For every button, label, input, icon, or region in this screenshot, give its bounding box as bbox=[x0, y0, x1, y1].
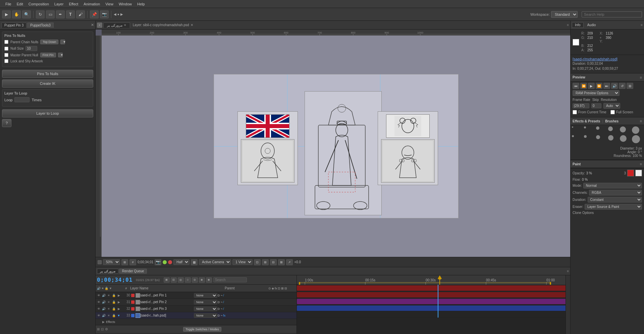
timeline-scrollbar[interactable] bbox=[566, 275, 570, 334]
brush-dot-5[interactable] bbox=[620, 126, 626, 132]
create-ik-btn[interactable]: Create IK bbox=[2, 79, 93, 88]
expand-btn-32[interactable]: ▶ bbox=[116, 307, 121, 311]
top-down-btn[interactable]: Top Down bbox=[40, 40, 58, 44]
solo-btn-33[interactable]: ☀ bbox=[106, 313, 111, 318]
vis-btn-30[interactable]: 👁 bbox=[96, 293, 101, 298]
view-opt-1[interactable]: ⊡ bbox=[254, 259, 261, 265]
brush-dot-10[interactable] bbox=[608, 135, 613, 141]
prev-play-btn[interactable]: ▶ bbox=[588, 83, 595, 89]
timeline-menu-btn[interactable]: ≡ bbox=[567, 269, 569, 273]
camera-tool[interactable]: 📷 bbox=[100, 10, 109, 18]
vis-btn-32[interactable]: 👁 bbox=[96, 307, 101, 311]
tl-ctrl-2[interactable]: ⊡ bbox=[171, 277, 177, 283]
top-down-dropdown[interactable]: ▼ bbox=[60, 40, 65, 44]
prev-audio-btn[interactable]: 🔊 bbox=[611, 83, 618, 89]
switch-2-31[interactable]: ~ bbox=[221, 300, 222, 304]
from-current-checkbox[interactable] bbox=[573, 110, 577, 114]
parent-dropdown-32[interactable]: None bbox=[194, 307, 217, 311]
menu-help[interactable]: Help bbox=[135, 1, 148, 7]
lock-btn-31[interactable]: 🔒 bbox=[111, 300, 116, 304]
switch-2-32[interactable]: ~ bbox=[221, 307, 222, 311]
tl-ctrl-3[interactable]: ◎ bbox=[178, 277, 184, 283]
menu-window[interactable]: Window bbox=[116, 1, 135, 7]
parent-dropdown-33[interactable]: None bbox=[194, 313, 217, 318]
switch-fx-31[interactable]: / bbox=[223, 300, 224, 304]
color-chip-white[interactable] bbox=[635, 170, 642, 176]
brush-tool[interactable]: 🖌 bbox=[76, 10, 85, 18]
timeline-tab-main[interactable]: مرورکی پر bbox=[97, 269, 118, 274]
view-opt-5[interactable]: ↗ bbox=[286, 259, 293, 265]
comp-tab-close[interactable]: ✕ bbox=[124, 23, 126, 27]
lock-btn-30[interactable]: 🔒 bbox=[111, 293, 116, 298]
grid-btn[interactable]: # bbox=[129, 259, 136, 265]
prev-opt-btn[interactable]: ⊞ bbox=[627, 83, 633, 89]
effects-presets-tab[interactable]: Effects & Presets bbox=[573, 119, 600, 123]
preview-tab-label[interactable]: Preview bbox=[573, 75, 585, 79]
switch-2-30[interactable]: ~ bbox=[221, 294, 222, 297]
lock-shy-checkbox[interactable] bbox=[4, 59, 8, 63]
audio-btn-30[interactable]: 🔊 bbox=[101, 293, 106, 298]
brush-dot-2[interactable] bbox=[584, 126, 586, 128]
source-name-link[interactable]: [saed-r/mohamadshah.psd] bbox=[573, 57, 642, 61]
switch-fx-33[interactable]: fx bbox=[223, 314, 225, 317]
mode-dropdown[interactable]: Normal bbox=[583, 183, 642, 188]
color-chip-red[interactable] bbox=[627, 170, 634, 176]
view-opt-3[interactable]: ⊟ bbox=[270, 259, 277, 265]
effects-expand-icon[interactable]: ▶ bbox=[102, 320, 105, 324]
parent-chain-checkbox[interactable] bbox=[4, 40, 8, 44]
parent-dropdown-30[interactable]: None bbox=[194, 293, 217, 298]
prev-end-btn[interactable]: ⏭ bbox=[603, 83, 610, 89]
tl-ctrl-7[interactable]: ⊕ bbox=[206, 277, 212, 283]
lock-btn-32[interactable]: 🔒 bbox=[111, 307, 116, 311]
brush-dot-3[interactable] bbox=[596, 126, 599, 130]
tab-puppet-pin-3[interactable]: Puppet Pin 3 bbox=[1, 22, 26, 28]
null-size-checkbox[interactable] bbox=[4, 47, 8, 51]
paint-panel-menu[interactable]: ≡ bbox=[640, 162, 642, 166]
select-tool[interactable]: ▶ bbox=[2, 10, 11, 18]
audio-tab[interactable]: Audio bbox=[584, 22, 599, 28]
viewer-menu-btn[interactable]: ≡ bbox=[567, 23, 569, 27]
layer-name-close[interactable]: ✕ bbox=[191, 23, 193, 27]
switch-2-33[interactable]: ~ bbox=[221, 314, 222, 317]
expand-icon-1[interactable]: ⊞ bbox=[97, 327, 100, 331]
brush-dot-12[interactable] bbox=[632, 135, 640, 143]
brush-dot-11[interactable] bbox=[620, 135, 627, 142]
expand-icon-2[interactable]: ⊡ bbox=[101, 327, 104, 331]
fit-btn[interactable]: ⊞ bbox=[121, 259, 128, 265]
prev-fwd-btn[interactable]: ⏩ bbox=[596, 83, 602, 89]
puppet-tool[interactable]: 📌 bbox=[90, 10, 99, 18]
tab-puppet-tools-3[interactable]: PuppetTools3 bbox=[27, 22, 54, 28]
audio-btn-33[interactable]: 🔊 bbox=[101, 313, 106, 318]
zoom-tool[interactable]: 🔍 bbox=[22, 10, 31, 18]
resolution-dropdown[interactable]: Auto bbox=[603, 103, 620, 109]
menu-layer[interactable]: Layer bbox=[52, 1, 66, 7]
eraser-dropdown[interactable]: Layer Source & Paint bbox=[585, 204, 642, 210]
expand-btn-31[interactable]: ▶ bbox=[116, 300, 121, 304]
tl-ctrl-6[interactable]: ⊗ bbox=[199, 277, 205, 283]
info-tab[interactable]: Info bbox=[572, 22, 584, 28]
switch-1-33[interactable]: ⊙ bbox=[217, 314, 220, 317]
tl-search-input[interactable] bbox=[213, 277, 247, 282]
brush-dot-8[interactable] bbox=[584, 135, 587, 138]
search-input[interactable] bbox=[582, 11, 642, 17]
menu-animation[interactable]: Animation bbox=[81, 1, 103, 7]
preview-panel-menu[interactable]: ≡ bbox=[640, 75, 642, 79]
duration-dropdown[interactable]: Constant bbox=[588, 197, 642, 203]
brush-dot-6[interactable] bbox=[632, 126, 639, 134]
toggle-switches-btn[interactable]: Toggle Switches / Modes bbox=[183, 327, 221, 332]
tl-ctrl-1[interactable]: ⊞ bbox=[164, 277, 170, 283]
channels-dropdown[interactable]: RGBA bbox=[589, 190, 642, 196]
info-panel-menu[interactable]: ≡ bbox=[641, 23, 643, 27]
expand-btn-30[interactable]: ▶ bbox=[116, 293, 121, 298]
ram-preview-dropdown[interactable]: RAM Preview Options bbox=[573, 90, 620, 96]
vis-btn-31[interactable]: 👁 bbox=[96, 300, 101, 304]
prev-start-btn[interactable]: ⏮ bbox=[573, 83, 579, 89]
audio-btn-32[interactable]: 🔊 bbox=[101, 307, 106, 311]
menu-edit[interactable]: Edit bbox=[14, 1, 26, 7]
menu-effect[interactable]: Effect bbox=[66, 1, 81, 7]
full-screen-checkbox[interactable] bbox=[610, 110, 615, 114]
tl-ctrl-5[interactable]: ⊙ bbox=[192, 277, 198, 283]
brush-dot-7[interactable] bbox=[572, 135, 574, 137]
view-opt-4[interactable]: ⊠ bbox=[278, 259, 285, 265]
workspace-dropdown[interactable]: Standard bbox=[551, 11, 578, 18]
